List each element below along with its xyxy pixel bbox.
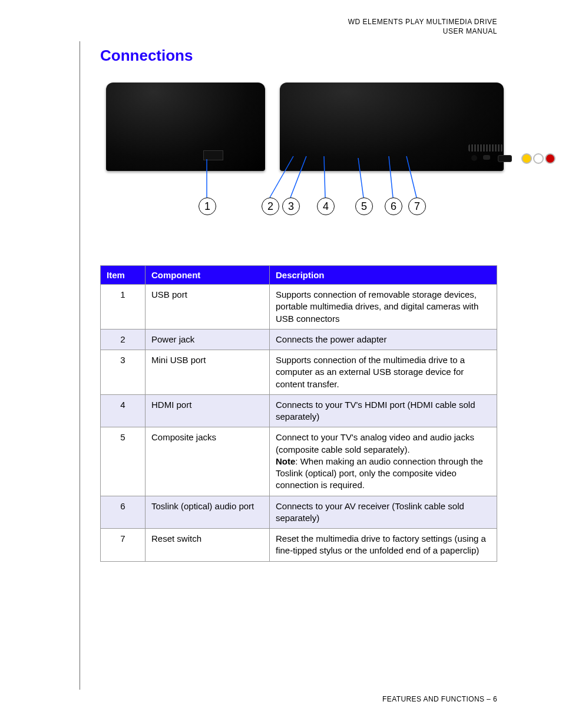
cell-description: Connect to your TV's analog video and au…: [270, 427, 497, 496]
callout-5: 5: [355, 197, 373, 215]
cell-component: Power jack: [146, 329, 270, 350]
table-row: 6 Toslink (optical) audio port Connects …: [101, 496, 497, 529]
doc-title-line2: USER MANUAL: [35, 27, 497, 37]
footer-section: FEATURES AND FUNCTIONS: [382, 695, 484, 703]
cell-description: Supports connection of the multimedia dr…: [270, 350, 497, 395]
note-text: : When making an audio connection throug…: [276, 456, 483, 490]
vent-icon: [468, 144, 504, 151]
cell-item: 3: [101, 350, 146, 395]
callout-1: 1: [199, 197, 216, 215]
table-row: 2 Power jack Connects the power adapter: [101, 329, 497, 350]
power-jack-icon: [471, 155, 477, 161]
table-row: 4 HDMI port Connects to your TV's HDMI p…: [101, 394, 497, 427]
cell-item: 2: [101, 329, 146, 350]
th-component: Component: [146, 266, 270, 285]
cell-component: Toslink (optical) audio port: [146, 496, 270, 529]
cell-component: USB port: [146, 285, 270, 330]
callout-3: 3: [282, 197, 300, 215]
cell-component: Mini USB port: [146, 350, 270, 395]
callout-6: 6: [385, 197, 402, 215]
callout-7: 7: [408, 197, 426, 215]
composite-yellow-icon: [521, 153, 532, 164]
callout-4: 4: [317, 197, 335, 215]
th-description: Description: [270, 266, 497, 285]
hdmi-port-icon: [498, 155, 512, 162]
section-divider-line: [80, 41, 80, 690]
device-front-image: [106, 83, 265, 171]
rear-port-panel: [468, 144, 562, 162]
doc-title-line1: WD ELEMENTS PLAY MULTIMEDIA DRIVE: [35, 18, 497, 27]
cell-item: 7: [101, 529, 146, 562]
cell-description: Connects the power adapter: [270, 329, 497, 350]
composite-white-icon: [533, 153, 544, 164]
mini-usb-icon: [483, 155, 490, 160]
cell-description: Connects to your TV's HDMI port (HDMI ca…: [270, 394, 497, 427]
th-item: Item: [101, 266, 146, 285]
cell-item: 4: [101, 394, 146, 427]
cell-component: HDMI port: [146, 394, 270, 427]
usb-port-icon: [203, 150, 223, 160]
cell-description: Connects to your AV receiver (Toslink ca…: [270, 496, 497, 529]
footer-sep: –: [484, 695, 493, 703]
note-label: Note: [276, 456, 295, 466]
composite-red-icon: [545, 153, 556, 164]
callout-2: 2: [262, 197, 279, 215]
device-diagram: 1 2 3 4 5 6 7: [100, 77, 497, 242]
desc-text: Connect to your TV's analog video and au…: [276, 432, 474, 454]
footer-page-number: 6: [493, 695, 497, 703]
table-row: 7 Reset switch Reset the multimedia driv…: [101, 529, 497, 562]
cell-description: Supports connection of removable storage…: [270, 285, 497, 330]
cell-description: Reset the multimedia drive to factory se…: [270, 529, 497, 562]
cell-component: Reset switch: [146, 529, 270, 562]
cell-component: Composite jacks: [146, 427, 270, 496]
cell-item: 6: [101, 496, 146, 529]
device-rear-image: [280, 83, 504, 171]
cell-item: 5: [101, 427, 146, 496]
section-heading: Connections: [100, 47, 497, 65]
table-row: 3 Mini USB port Supports connection of t…: [101, 350, 497, 395]
connections-table: Item Component Description 1 USB port Su…: [100, 265, 497, 562]
table-row: 1 USB port Supports connection of remova…: [101, 285, 497, 330]
cell-item: 1: [101, 285, 146, 330]
table-row: 5 Composite jacks Connect to your TV's a…: [101, 427, 497, 496]
